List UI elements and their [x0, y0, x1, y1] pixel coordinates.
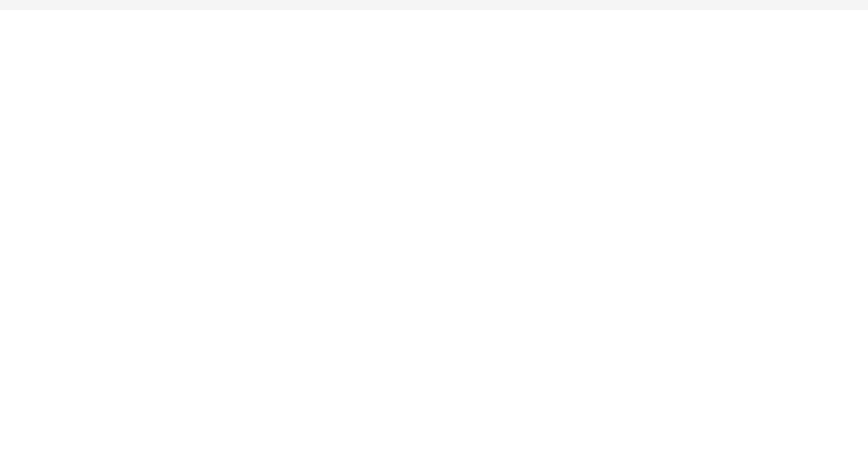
top-bar — [0, 0, 868, 10]
